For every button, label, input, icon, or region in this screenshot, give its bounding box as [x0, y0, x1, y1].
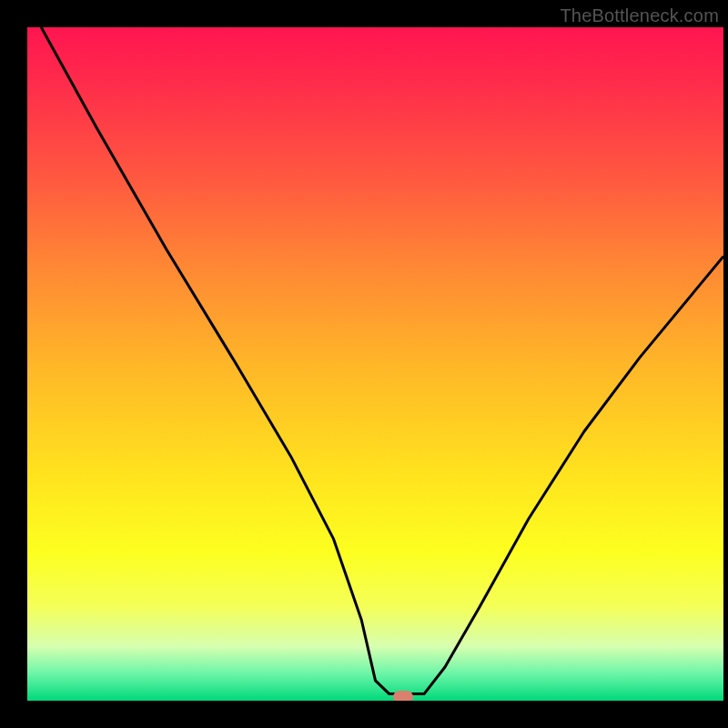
- chart-plot-area: [27, 27, 723, 701]
- bottleneck-curve-path: [41, 27, 723, 694]
- optimum-marker: [393, 691, 413, 701]
- bottleneck-curve-svg: [27, 27, 723, 701]
- watermark-text: TheBottleneck.com: [560, 5, 719, 26]
